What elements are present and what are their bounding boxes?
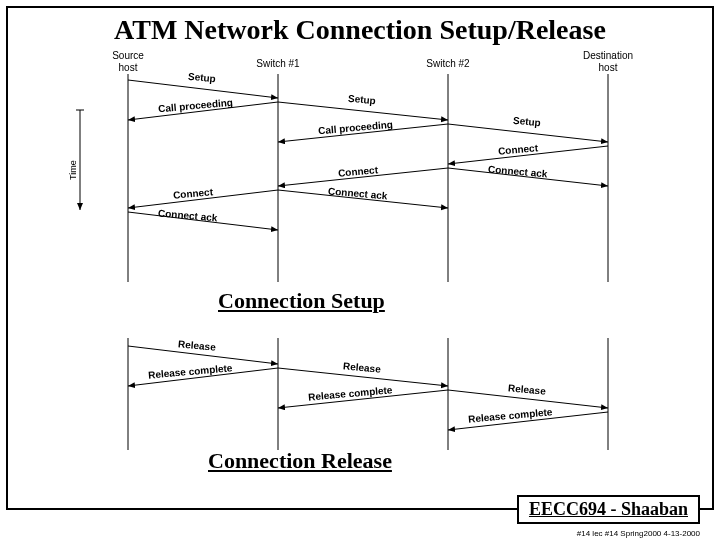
slide-title: ATM Network Connection Setup/Release [8,8,712,50]
footer-meta: #14 lec #14 Spring2000 4-13-2000 [577,529,700,538]
footer-credit: EECC694 - Shaaban [517,495,700,524]
msg-setup-2: Setup [348,93,377,106]
section-release: Connection Release [208,448,392,474]
sequence-diagram: Source host Switch #1 Switch #2 Destinat… [8,50,712,470]
msg-setup-1: Setup [188,71,217,84]
msg-setup-3: Setup [513,115,542,128]
section-setup: Connection Setup [218,288,385,314]
diagram-svg [8,50,716,470]
